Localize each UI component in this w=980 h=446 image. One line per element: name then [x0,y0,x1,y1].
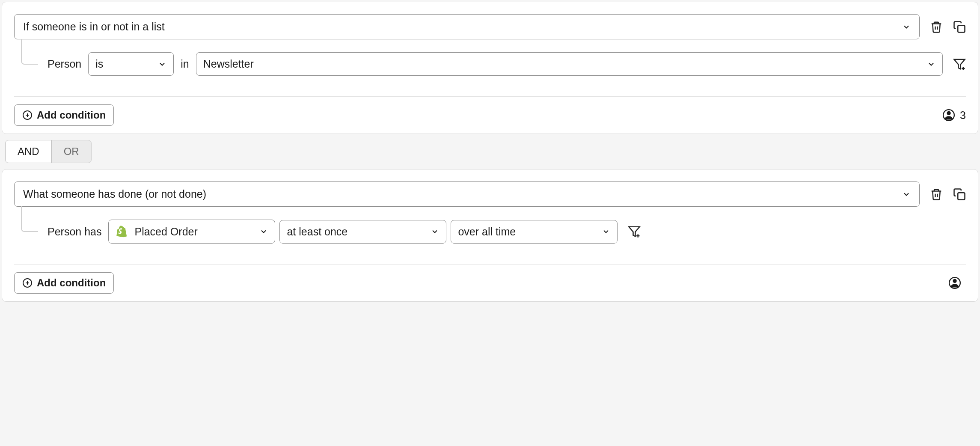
svg-rect-13 [958,193,965,199]
plus-circle-icon [22,278,33,288]
chevron-down-icon [902,190,911,199]
is-select[interactable]: is [88,52,174,76]
count-value: 3 [960,109,966,122]
condition-type-select[interactable]: What someone has done (or not done) [14,181,920,207]
logic-operator-tabs: AND OR [5,140,978,163]
connector-line [21,206,38,232]
add-condition-label: Add condition [37,277,106,289]
copy-button[interactable] [953,188,966,201]
is-option-label: is [95,58,103,70]
person-label: Person [48,58,81,70]
sub-condition-row: Person is in Newsletter [21,52,966,76]
copy-button[interactable] [953,21,966,33]
person-icon [949,277,961,289]
metric-select[interactable]: Placed Order [108,220,275,244]
condition-type-row: What someone has done (or not done) [14,181,966,207]
tab-or-label: OR [64,146,79,157]
frequency-select[interactable]: at least once [279,220,446,244]
divider [14,264,966,265]
condition-group-2: What someone has done (or not done) Pers… [2,169,978,302]
condition-type-select[interactable]: If someone is in or not in a list [14,14,920,39]
time-select[interactable]: over all time [451,220,618,244]
chevron-down-icon [602,227,610,236]
condition-type-label: If someone is in or not in a list [23,21,165,33]
chevron-down-icon [927,60,935,68]
person-has-label: Person has [48,226,101,238]
sub-condition-row: Person has Placed Order at least once ov… [21,220,966,244]
list-option-label: Newsletter [203,58,254,70]
chevron-down-icon [158,60,166,68]
connector-line [21,39,38,65]
condition-type-row: If someone is in or not in a list [14,14,966,39]
group-footer: Add condition [14,272,966,294]
list-select[interactable]: Newsletter [196,52,943,76]
svg-point-20 [953,279,956,283]
tab-and[interactable]: AND [5,140,52,163]
add-condition-label: Add condition [37,109,106,121]
group-footer: Add condition 3 [14,104,966,126]
add-condition-button[interactable]: Add condition [14,272,114,294]
tab-or[interactable]: OR [52,140,92,163]
delete-button[interactable] [930,188,943,201]
time-option-label: over all time [458,226,516,238]
add-condition-button[interactable]: Add condition [14,104,114,126]
svg-rect-2 [958,25,965,32]
frequency-option-label: at least once [287,226,347,238]
in-label: in [181,58,189,70]
condition-group-1: If someone is in or not in a list Person… [2,2,978,134]
add-filter-button[interactable] [628,225,641,238]
plus-circle-icon [22,110,33,120]
svg-point-9 [947,111,950,115]
delete-button[interactable] [930,21,943,33]
metric-option-label: Placed Order [134,226,197,238]
person-icon [943,109,955,121]
tab-and-label: AND [18,146,39,157]
shopify-icon [116,225,128,238]
chevron-down-icon [259,227,268,236]
condition-type-label: What someone has done (or not done) [23,188,206,200]
chevron-down-icon [431,227,439,236]
chevron-down-icon [902,23,911,31]
divider [14,96,966,97]
member-count [949,277,966,289]
member-count: 3 [943,109,966,122]
add-filter-button[interactable] [953,58,966,71]
